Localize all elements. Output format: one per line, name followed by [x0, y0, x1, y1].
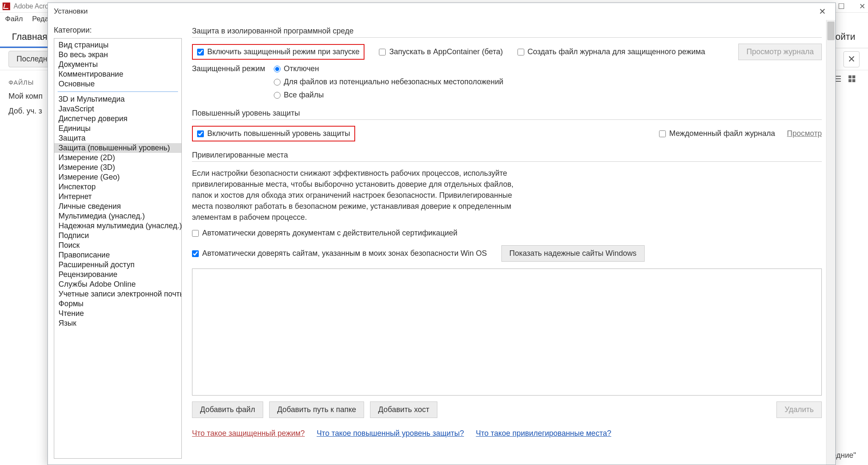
cat-item[interactable]: Службы Adobe Online [54, 280, 181, 289]
radio-off-input[interactable] [274, 66, 281, 72]
cat-item[interactable]: Учетные записи электронной почты [54, 289, 181, 299]
grid-view-icon[interactable] [848, 75, 856, 83]
cat-item[interactable]: Измерение (Geo) [54, 172, 181, 182]
cat-item[interactable]: Инспектор [54, 182, 181, 192]
cat-item[interactable]: Чтение [54, 309, 181, 318]
dialog-title: Установки [54, 7, 88, 16]
chk-create-log-box[interactable] [517, 49, 524, 55]
preferences-dialog: Установки ✕ Категории: Вид страницы Во в… [47, 3, 836, 465]
divider [192, 161, 822, 162]
cat-item[interactable]: Защита [54, 133, 181, 143]
maximize-icon[interactable]: ☐ [838, 2, 845, 11]
cat-item[interactable]: Надежная мультимедиа (унаслед.) [54, 221, 181, 231]
divider [192, 37, 822, 38]
dialog-close-button[interactable]: ✕ [815, 5, 829, 18]
cat-item[interactable]: Мультимедиа (унаслед.) [54, 211, 181, 221]
cat-item[interactable]: Единицы [54, 124, 181, 133]
chk-trust-os-zones-label: Автоматически доверять сайтам, указанным… [202, 249, 487, 258]
panel-close-icon[interactable]: ✕ [843, 51, 860, 67]
chk-crossdomain-log-label: Междоменный файл журнала [669, 129, 775, 138]
btn-show-trusted-sites[interactable]: Показать надежные сайты Windows [501, 245, 645, 262]
cat-item[interactable]: Во весь экран [54, 50, 181, 60]
section-privileged-title: Привилегированные места [192, 151, 822, 160]
cat-item[interactable]: Язык [54, 318, 181, 328]
content-scrollbar[interactable] [826, 20, 835, 465]
chk-create-log-label: Создать файл журнала для защищенного реж… [528, 47, 705, 56]
cat-item[interactable]: Документы [54, 60, 181, 69]
radio-off-label: Отключен [284, 64, 319, 73]
btn-add-file[interactable]: Добавить файл [192, 401, 263, 418]
radio-off[interactable]: Отключен [274, 64, 504, 73]
section-sandbox-title: Защита в изолированной программной среде [192, 27, 822, 36]
categories-label: Категории: [54, 26, 182, 35]
side-item-mycomp[interactable]: Мой комп [8, 92, 51, 101]
chk-trust-certified-box[interactable] [192, 230, 199, 237]
chk-protected-mode-launch[interactable]: Включить защищенный режим при запуске [192, 44, 364, 60]
privileged-description: Если настройки безопасности снижают эффе… [192, 168, 514, 223]
chk-create-log[interactable]: Создать файл журнала для защищенного реж… [517, 47, 705, 56]
chk-trust-os-zones[interactable]: Автоматически доверять сайтам, указанным… [192, 249, 487, 258]
side-item-addacct[interactable]: Доб. уч. з [8, 107, 51, 116]
section-enhanced-title: Повышенный уровень защиты [192, 109, 822, 118]
side-header: ФАЙЛЫ [8, 79, 51, 86]
cat-item[interactable]: Вид страницы [54, 40, 181, 50]
btn-delete[interactable]: Удалить [776, 401, 822, 418]
link-what-is-protected-mode[interactable]: Что такое защищенный режим? [192, 429, 305, 438]
chk-crossdomain-log-box[interactable] [659, 130, 666, 137]
protected-mode-radiogroup: Отключен Для файлов из потенциально небе… [274, 64, 504, 100]
cat-item[interactable]: Формы [54, 299, 181, 309]
host-title: Adobe Acro [14, 3, 49, 10]
cat-item[interactable]: Интернет [54, 192, 181, 202]
chk-crossdomain-log[interactable]: Междоменный файл журнала [659, 129, 775, 138]
divider [192, 119, 822, 120]
cat-item[interactable]: Правописание [54, 250, 181, 260]
close-icon[interactable]: ✕ [859, 2, 865, 11]
chk-trust-certified-label: Автоматически доверять документам с дейс… [202, 229, 457, 238]
cat-item[interactable]: Основные [54, 79, 181, 89]
radio-unsafe-input[interactable] [274, 79, 281, 86]
category-separator [58, 91, 178, 92]
btn-add-folder[interactable]: Добавить путь к папке [269, 401, 364, 418]
chk-protected-mode-launch-label: Включить защищенный режим при запуске [207, 47, 359, 56]
chk-trust-os-zones-box[interactable] [192, 250, 199, 257]
radio-unsafe-label: Для файлов из потенциально небезопасных … [284, 78, 504, 86]
chk-enhanced-security-label: Включить повышенный уровень защиты [207, 129, 350, 138]
categories-list[interactable]: Вид страницы Во весь экран Документы Ком… [54, 38, 182, 459]
chk-protected-mode-launch-box[interactable] [197, 49, 204, 55]
cat-item-selected[interactable]: Защита (повышенный уровень) [54, 143, 181, 153]
settings-content: Защита в изолированной программной среде… [184, 20, 835, 465]
cat-item[interactable]: Рецензирование [54, 270, 181, 280]
chk-enhanced-security-box[interactable] [197, 130, 204, 137]
cat-item[interactable]: Расширенный доступ [54, 260, 181, 270]
link-view-crossdomain[interactable]: Просмотр [787, 129, 822, 138]
cat-item[interactable]: 3D и Мультимедиа [54, 94, 181, 104]
categories-panel: Категории: Вид страницы Во весь экран До… [48, 20, 184, 465]
chk-appcontainer-label: Запускать в AppContainer (бета) [389, 47, 503, 56]
host-view-icons [833, 75, 856, 83]
chk-trust-certified[interactable]: Автоматически доверять документам с дейс… [192, 229, 822, 238]
radio-all-input[interactable] [274, 92, 281, 99]
chk-enhanced-security[interactable]: Включить повышенный уровень защиты [192, 126, 355, 141]
adobe-logo-icon [3, 3, 10, 10]
cat-item[interactable]: Измерение (3D) [54, 163, 181, 172]
radio-unsafe-locations[interactable]: Для файлов из потенциально небезопасных … [274, 78, 504, 86]
link-what-is-enhanced-security[interactable]: Что такое повышенный уровень защиты? [317, 429, 464, 438]
chk-appcontainer[interactable]: Запускать в AppContainer (бета) [379, 47, 503, 56]
footer-help-links: Что такое защищенный режим? Что такое по… [192, 429, 822, 438]
cat-item[interactable]: Личные сведения [54, 202, 181, 211]
cat-item[interactable]: JavaScript [54, 104, 181, 114]
menu-file[interactable]: Файл [5, 15, 23, 23]
radio-all-label: Все файлы [284, 91, 324, 100]
btn-view-log[interactable]: Просмотр журнала [738, 44, 822, 60]
chk-appcontainer-box[interactable] [379, 49, 386, 55]
radio-all-files[interactable]: Все файлы [274, 91, 504, 100]
btn-add-host[interactable]: Добавить хост [370, 401, 437, 418]
cat-item[interactable]: Подписи [54, 231, 181, 241]
dialog-titlebar: Установки ✕ [48, 3, 835, 20]
cat-item[interactable]: Диспетчер доверия [54, 114, 181, 124]
privileged-locations-list[interactable] [192, 268, 822, 396]
cat-item[interactable]: Измерение (2D) [54, 153, 181, 163]
cat-item[interactable]: Комментирование [54, 69, 181, 79]
link-what-are-privileged-locations[interactable]: Что такое привилегированные места? [476, 429, 611, 438]
cat-item[interactable]: Поиск [54, 241, 181, 250]
